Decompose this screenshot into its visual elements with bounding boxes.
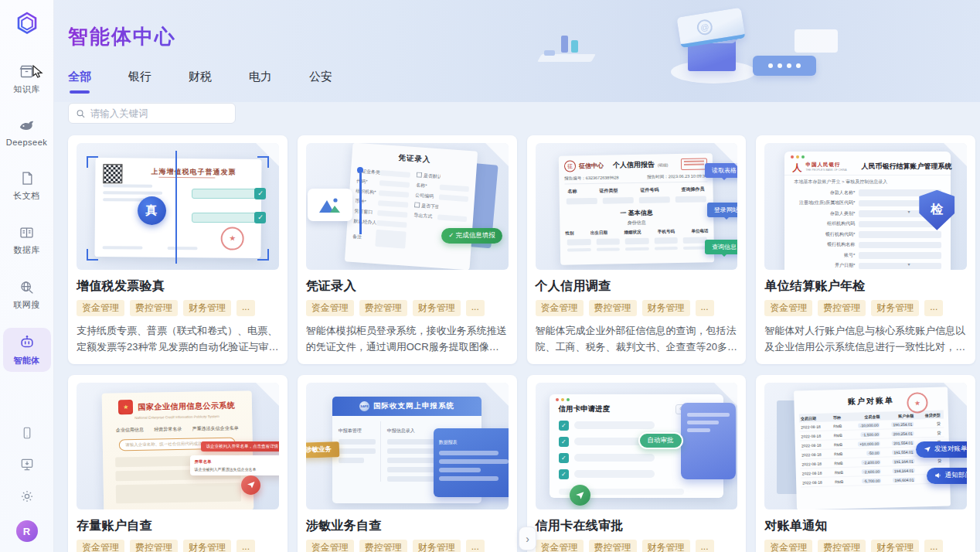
- agent-card-sensitive-business-check[interactable]: SAFE 国际收支网上申报系统 申报单管理 申报信息录入 涉敏业务 数据报表 涉…: [298, 375, 517, 552]
- tab-bank[interactable]: 银行: [128, 70, 151, 94]
- data-report-panel: 数据报表: [434, 428, 509, 497]
- agent-card-thumbnail: 人 中国人民银行 THE PEOPLE'S BANK OF CHINA 人民币银…: [764, 143, 967, 270]
- check-icon: ✓: [559, 469, 569, 479]
- breadcrumb: 本地基本存款账户开立 > 审核及控制信息录入: [784, 175, 951, 186]
- settings-gear-icon[interactable]: [19, 489, 35, 504]
- mobile-app-icon[interactable]: [20, 425, 34, 441]
- search-icon: [76, 108, 86, 119]
- tag: 资金管理: [536, 300, 584, 316]
- sidebar-item-agents[interactable]: 智能体: [3, 328, 51, 372]
- scan-line: [175, 151, 177, 264]
- agent-card-title: 凭证录入: [306, 278, 509, 295]
- category-tabs: 全部 银行 财税 电力 公安: [68, 70, 980, 94]
- tab-power[interactable]: 电力: [249, 70, 272, 94]
- customer-card: [681, 403, 736, 479]
- check-icon: ✓: [254, 188, 266, 199]
- tag: 费控管理: [130, 540, 178, 552]
- send-statement-button: 发送对账单: [916, 441, 967, 458]
- report-time: 报告时间：2023.06.23 10:09:34: [647, 173, 707, 179]
- agent-card-description: 智能体模拟柜员登录系统，接收业务系统推送的凭证文件，通过调用OCR服务提取图像内…: [306, 322, 509, 355]
- tab-police[interactable]: 公安: [309, 70, 332, 94]
- qr-code: [103, 164, 122, 183]
- agent-card-personal-credit[interactable]: 征 征信中心 个人信用报告 (明细) 报告编号：63236726389628 报…: [527, 135, 747, 364]
- agent-card-statement-notice[interactable]: 账户对账单 ★ 交易日期币种 交易金额账户余额 借贷类型 2022-08-18R…: [756, 375, 975, 552]
- image-placeholder-icon: [308, 189, 352, 221]
- tag: 费控管理: [589, 540, 637, 552]
- document-icon: [19, 170, 35, 186]
- verify-seal: 真: [138, 196, 166, 225]
- check-icon: ✓: [559, 437, 569, 447]
- section-title: 一 基本信息: [565, 207, 708, 218]
- alert-tooltip: 该企业被列入异常名单，点击查看详情: [201, 441, 278, 451]
- sidebar-item-label: Deepseek: [6, 138, 48, 147]
- tag: 费控管理: [359, 540, 407, 552]
- tag: 费控管理: [589, 300, 637, 316]
- main-content: 智能体中心 全部 银行 财税 电力 公安 上海增值税电子普通发票: [54, 0, 980, 552]
- tag-more: ...: [236, 540, 255, 552]
- sidebar-item-label: 智能体: [13, 355, 40, 366]
- tag: 资金管理: [306, 300, 354, 316]
- tag: 财务管理: [871, 300, 919, 316]
- tag: 费控管理: [818, 540, 866, 552]
- sidebar-item-knowledge-base[interactable]: 知识库: [3, 57, 51, 101]
- send-plane-icon: [570, 485, 590, 506]
- national-emblem-icon: ★: [118, 400, 133, 414]
- sidebar-item-deepseek[interactable]: Deepseek: [3, 112, 51, 152]
- agent-card-title: 对账单通知: [764, 518, 967, 534]
- tag: 财务管理: [871, 540, 919, 552]
- scan-bracket: [257, 249, 269, 261]
- search-bar[interactable]: [68, 103, 236, 124]
- verified-field: ✓: [192, 213, 264, 223]
- tag-more: ...: [924, 300, 943, 316]
- red-stamp: ★: [220, 227, 243, 250]
- search-input[interactable]: [90, 108, 228, 119]
- mouse-cursor: [32, 65, 44, 79]
- next-page-button[interactable]: ›: [519, 526, 536, 550]
- read-table-button: 读取表格: [705, 163, 737, 178]
- tag: 费控管理: [359, 300, 407, 316]
- agent-card-title: 信用卡在线审批: [536, 518, 738, 534]
- tag-row: 资金管理 费控管理 财务管理 ...: [306, 300, 509, 316]
- scan-line: [359, 173, 362, 234]
- agent-card-title: 涉敏业务自查: [306, 518, 509, 534]
- sidebar-item-web-search[interactable]: 联网搜: [3, 273, 51, 316]
- agent-card-description: 智能体完成企业外部征信信息的查询，包括法院、工商、税务、裁判文书、企查查等20多…: [536, 322, 738, 355]
- tag: 财务管理: [413, 540, 461, 552]
- sidebar-item-long-doc[interactable]: 长文档: [3, 164, 51, 207]
- tag-row: 资金管理 费控管理 财务管理 ...: [764, 540, 967, 552]
- agent-card-thumbnail: 征 征信中心 个人信用报告 (明细) 报告编号：63236726389628 报…: [536, 143, 738, 270]
- safe-globe-logo: SAFE: [359, 401, 369, 411]
- agent-card-credit-card-approval[interactable]: 信用卡申请进度 搜索 ✓ ✓ ✓ ✓ 自动审批: [527, 375, 747, 552]
- tag-more: ...: [924, 540, 943, 552]
- verified-field: ✓: [192, 189, 264, 199]
- agent-card-account-annual-check[interactable]: 人 中国人民银行 THE PEOPLE'S BANK OF CHINA 人民币银…: [756, 135, 975, 364]
- agent-card-thumbnail: 账户对账单 ★ 交易日期币种 交易金额账户余额 借贷类型 2022-08-18R…: [764, 383, 967, 509]
- client-download-icon[interactable]: [19, 457, 35, 472]
- user-avatar[interactable]: R: [16, 520, 38, 542]
- sidebar-item-database[interactable]: 数据库: [3, 219, 51, 261]
- tag: 费控管理: [130, 300, 178, 316]
- tag: 财务管理: [183, 300, 231, 316]
- page-title: 智能体中心: [68, 23, 176, 50]
- paper-plane-icon: [924, 445, 931, 453]
- scan-bracket: [87, 156, 98, 168]
- system-title: 人民币银行结算账户管理系统: [862, 162, 952, 172]
- sidebar-item-label: 数据库: [13, 244, 40, 256]
- agent-card-thumbnail: 凭证录入 凭证业务类型* 代码* 组织机构* 币种* 凭证窗口 默认经办人 备注: [306, 143, 509, 270]
- agent-card-invoice-verify[interactable]: 上海增值税电子普通发票 ★ 真 ✓ ✓ 增值税发票验真: [68, 135, 288, 364]
- tag: 财务管理: [413, 300, 461, 316]
- tag: 资金管理: [764, 300, 812, 316]
- brand-logo[interactable]: [13, 10, 41, 38]
- agent-card-stock-account-check[interactable]: ★ 国家企业信用信息公示系统 National Enterprise Credi…: [68, 375, 288, 552]
- agent-card-description: 支持纸质专票、普票（联式和卷式）、电票、定额发票等23种常见发票的自动化验证与审…: [77, 322, 279, 355]
- tab-tax[interactable]: 财税: [189, 70, 212, 94]
- agent-card-title: 个人信用调查: [536, 278, 738, 295]
- agent-card-voucher-entry[interactable]: 凭证录入 凭证业务类型* 代码* 组织机构* 币种* 凭证窗口 默认经办人 备注: [298, 135, 517, 364]
- agent-card-title: 存量账户自查: [77, 518, 279, 534]
- agent-card-thumbnail: 信用卡申请进度 搜索 ✓ ✓ ✓ ✓ 自动审批: [536, 383, 738, 509]
- voucher-form-illustration: 凭证录入 凭证业务类型* 代码* 组织机构* 币种* 凭证窗口 默认经办人 备注: [345, 143, 478, 270]
- tab-all[interactable]: 全部: [68, 70, 91, 94]
- org-name: 征信中心: [579, 161, 604, 170]
- tag-row: 资金管理 费控管理 财务管理 ...: [536, 300, 738, 316]
- check-icon: ✓: [559, 453, 569, 463]
